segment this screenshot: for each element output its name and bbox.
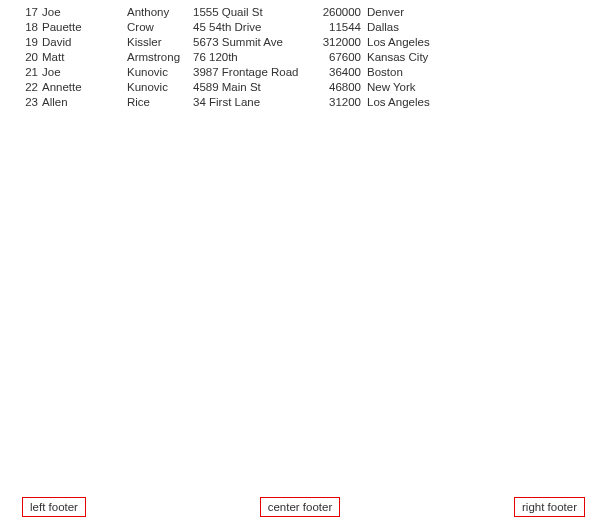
cell-id: 21: [22, 65, 42, 80]
cell-id: 19: [22, 35, 42, 50]
cell-city: New York: [367, 80, 487, 95]
cell-last-name: Kunovic: [127, 80, 193, 95]
data-table: 17 Joe Anthony 1555 Quail St 260000 Denv…: [0, 0, 607, 110]
cell-number: 31200: [319, 95, 367, 110]
cell-first-name: David: [42, 35, 127, 50]
cell-number: 36400: [319, 65, 367, 80]
cell-number: 67600: [319, 50, 367, 65]
cell-last-name: Anthony: [127, 5, 193, 20]
cell-id: 23: [22, 95, 42, 110]
footer-right: right footer: [514, 497, 585, 517]
cell-city: Los Angeles: [367, 95, 487, 110]
cell-address: 5673 Summit Ave: [193, 35, 319, 50]
cell-last-name: Kunovic: [127, 65, 193, 80]
cell-first-name: Annette: [42, 80, 127, 95]
cell-first-name: Pauette: [42, 20, 127, 35]
cell-id: 18: [22, 20, 42, 35]
cell-address: 4589 Main St: [193, 80, 319, 95]
cell-last-name: Rice: [127, 95, 193, 110]
table-row: 21 Joe Kunovic 3987 Frontage Road 36400 …: [22, 65, 607, 80]
table-row: 23 Allen Rice 34 First Lane 31200 Los An…: [22, 95, 607, 110]
table-row: 18 Pauette Crow 45 54th Drive 11544 Dall…: [22, 20, 607, 35]
cell-number: 260000: [319, 5, 367, 20]
cell-number: 11544: [319, 20, 367, 35]
cell-last-name: Crow: [127, 20, 193, 35]
cell-address: 3987 Frontage Road: [193, 65, 319, 80]
cell-last-name: Armstrong: [127, 50, 193, 65]
cell-city: Los Angeles: [367, 35, 487, 50]
cell-city: Boston: [367, 65, 487, 80]
footer-center: center footer: [260, 497, 341, 517]
table-row: 22 Annette Kunovic 4589 Main St 46800 Ne…: [22, 80, 607, 95]
footer-left: left footer: [22, 497, 86, 517]
page-footer: left footer center footer right footer: [0, 497, 607, 517]
table-row: 19 David Kissler 5673 Summit Ave 312000 …: [22, 35, 607, 50]
cell-address: 1555 Quail St: [193, 5, 319, 20]
cell-id: 17: [22, 5, 42, 20]
cell-first-name: Matt: [42, 50, 127, 65]
table-row: 17 Joe Anthony 1555 Quail St 260000 Denv…: [22, 5, 607, 20]
cell-number: 312000: [319, 35, 367, 50]
cell-address: 76 120th: [193, 50, 319, 65]
cell-id: 20: [22, 50, 42, 65]
cell-first-name: Joe: [42, 5, 127, 20]
cell-address: 34 First Lane: [193, 95, 319, 110]
cell-city: Denver: [367, 5, 487, 20]
cell-last-name: Kissler: [127, 35, 193, 50]
cell-city: Kansas City: [367, 50, 487, 65]
cell-address: 45 54th Drive: [193, 20, 319, 35]
cell-city: Dallas: [367, 20, 487, 35]
cell-first-name: Allen: [42, 95, 127, 110]
cell-number: 46800: [319, 80, 367, 95]
table-row: 20 Matt Armstrong 76 120th 67600 Kansas …: [22, 50, 607, 65]
cell-id: 22: [22, 80, 42, 95]
cell-first-name: Joe: [42, 65, 127, 80]
